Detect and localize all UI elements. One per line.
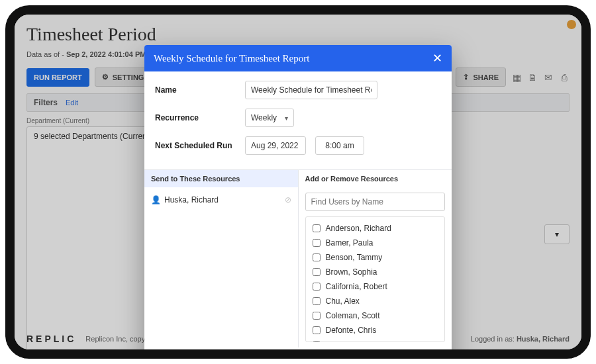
logo: REPLIC — [26, 334, 76, 344]
share-label: SHARE — [473, 73, 499, 81]
schedule-modal: Weekly Schedule for Timesheet Report ✕ N… — [144, 45, 452, 359]
user-name: Anderson, Richard — [326, 224, 391, 233]
screen: Timesheet Period Data as of - Sep 2, 202… — [15, 15, 581, 349]
export-xls-icon[interactable]: ▦ — [511, 72, 522, 83]
name-label: Name — [155, 85, 236, 95]
user-option[interactable]: Benson, Tammy — [306, 250, 445, 265]
user-name: Chu, Alex — [326, 296, 360, 306]
filters-title: Filters — [34, 98, 58, 107]
save-button[interactable]: SAVE — [154, 354, 195, 359]
user-option[interactable]: Anderson, Richard — [306, 221, 445, 236]
send-to-header: Send to These Resources — [144, 170, 298, 187]
share-icon: ⇪ — [463, 73, 469, 81]
export-pdf-icon[interactable]: 🗎 — [527, 72, 538, 83]
user-checkbox[interactable] — [313, 268, 321, 276]
delete-schedule-button[interactable]: DELETE SCHEDULE — [261, 354, 358, 359]
available-users-list[interactable]: Anderson, RichardBamer, PaulaBenson, Tam… — [305, 216, 446, 342]
logged-in-as: Logged in as: Huska, Richard — [471, 335, 570, 343]
user-option[interactable]: California, Robert — [306, 279, 445, 294]
selected-resource-row: 👤 Huska, Richard ⊘ — [151, 193, 291, 207]
export-icons: ▦ 🗎 ✉ ⎙ — [511, 72, 570, 83]
modal-footer: SAVE CANCEL DELETE SCHEDULE — [144, 347, 452, 359]
user-name: Defonte, Chris — [326, 326, 377, 335]
user-checkbox[interactable] — [313, 224, 321, 232]
logged-in-prefix: Logged in as: — [471, 335, 517, 343]
user-icon: 👤 — [151, 195, 160, 205]
close-icon[interactable]: ✕ — [432, 52, 442, 64]
user-name: Bamer, Paula — [326, 238, 373, 248]
user-checkbox[interactable] — [313, 297, 321, 305]
name-input[interactable] — [245, 81, 377, 99]
resources-split: Send to These Resources 👤 Huska, Richard… — [144, 169, 452, 347]
search-users-input[interactable] — [305, 193, 446, 211]
user-checkbox[interactable] — [313, 341, 321, 342]
export-print-icon[interactable]: ⎙ — [559, 72, 570, 83]
user-name: Dell, Anna — [326, 340, 362, 342]
add-remove-header: Add or Remove Resources — [299, 170, 452, 187]
modal-form: Name Recurrence Weekly ▾ Next Scheduled … — [144, 71, 452, 169]
user-option[interactable]: Brown, Sophia — [306, 265, 445, 279]
user-option[interactable]: Dell, Anna — [306, 338, 445, 342]
user-option[interactable]: Defonte, Chris — [306, 323, 445, 338]
settings-label: SETTINGS — [113, 73, 149, 81]
user-option[interactable]: Bamer, Paula — [306, 236, 445, 250]
dept-filter-select[interactable]: 9 selected Departments (Current) — [26, 126, 159, 351]
next-run-label: Next Scheduled Run — [155, 141, 236, 150]
page-title: Timesheet Period — [26, 24, 570, 45]
user-name: Benson, Tammy — [326, 253, 383, 262]
recurrence-select[interactable]: Weekly ▾ — [245, 109, 294, 127]
user-checkbox[interactable] — [313, 326, 321, 334]
gear-icon: ⚙ — [102, 73, 109, 81]
modal-title: Weekly Schedule for Timesheet Report — [154, 53, 432, 64]
user-checkbox[interactable] — [313, 239, 321, 247]
chevron-down-icon: ▾ — [285, 114, 288, 122]
modal-header: Weekly Schedule for Timesheet Report ✕ — [144, 45, 452, 71]
user-checkbox[interactable] — [313, 283, 321, 291]
logged-in-user: Huska, Richard — [517, 335, 570, 343]
user-option[interactable]: Chu, Alex — [306, 294, 445, 308]
remove-resource-icon[interactable]: ⊘ — [285, 195, 291, 205]
data-as-of-value: Sep 2, 2022 4:01:04 PM — [66, 50, 146, 58]
user-name: Brown, Sophia — [326, 267, 377, 277]
secondary-filter-caret[interactable]: ▾ — [544, 224, 570, 244]
export-mail-icon[interactable]: ✉ — [543, 72, 554, 83]
user-name: Coleman, Scott — [326, 311, 380, 320]
run-report-button[interactable]: RUN REPORT — [26, 68, 89, 87]
next-run-time-input[interactable] — [315, 136, 364, 155]
user-name: California, Robert — [326, 282, 387, 291]
recurrence-label: Recurrence — [155, 113, 236, 122]
dept-filter-label: Department (Current) — [26, 117, 159, 124]
recurrence-value: Weekly — [251, 113, 277, 122]
user-checkbox[interactable] — [313, 312, 321, 320]
selected-resource-name: Huska, Richard — [164, 195, 219, 205]
user-checkbox[interactable] — [313, 253, 321, 261]
filters-edit-link[interactable]: Edit — [66, 99, 78, 107]
tablet-frame: Timesheet Period Data as of - Sep 2, 202… — [5, 5, 591, 359]
cancel-button[interactable]: CANCEL — [201, 354, 254, 359]
user-option[interactable]: Coleman, Scott — [306, 308, 445, 323]
share-button[interactable]: ⇪ SHARE — [456, 68, 506, 87]
next-run-date-input[interactable] — [245, 136, 306, 155]
data-as-of-prefix: Data as of - — [26, 50, 66, 58]
